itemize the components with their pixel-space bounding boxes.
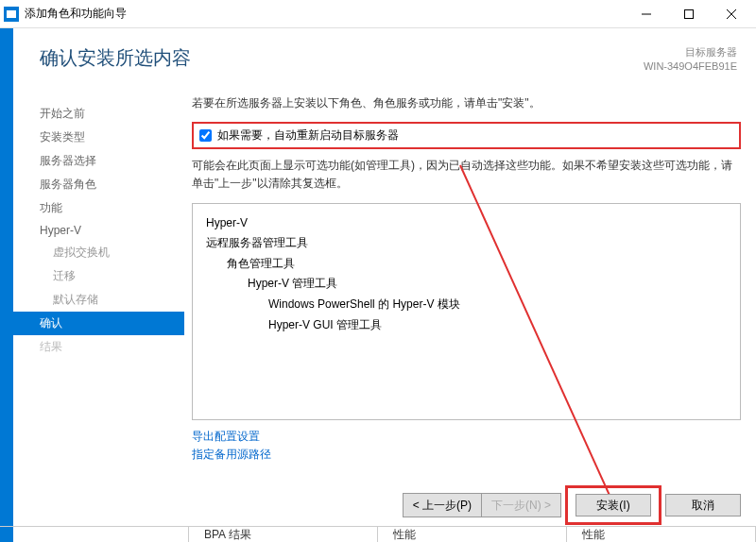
nav-results: 结果 — [0, 335, 184, 359]
maximize-button[interactable] — [667, 1, 710, 27]
nav-hyperv[interactable]: Hyper-V — [0, 220, 184, 241]
nav-confirm[interactable]: 确认 — [0, 312, 184, 335]
nav-default-storage[interactable]: 默认存储 — [0, 288, 184, 312]
nav-before-begin[interactable]: 开始之前 — [0, 102, 184, 126]
wizard-nav: 开始之前 安装类型 服务器选择 服务器角色 功能 Hyper-V 虚拟交换机 迁… — [0, 94, 184, 493]
nav-install-type[interactable]: 安装类型 — [0, 126, 184, 149]
nav-virtual-switch[interactable]: 虚拟交换机 — [0, 241, 184, 264]
minimize-button[interactable] — [625, 1, 667, 27]
titlebar: 添加角色和功能向导 — [0, 0, 756, 28]
cancel-button[interactable]: 取消 — [665, 494, 741, 517]
restart-checkbox-label[interactable]: 如果需要，自动重新启动目标服务器 — [217, 127, 399, 144]
nav-server-roles[interactable]: 服务器角色 — [0, 173, 184, 196]
restart-checkbox-row: 如果需要，自动重新启动目标服务器 — [192, 122, 741, 149]
close-button[interactable] — [710, 1, 752, 27]
page-title: 确认安装所选内容 — [40, 45, 191, 71]
background-tiles: BPA 结果 性能 性能 — [0, 526, 756, 542]
svg-rect-0 — [7, 10, 16, 18]
previous-button[interactable]: < 上一步(P) — [404, 494, 482, 517]
alt-source-link[interactable]: 指定备用源路径 — [192, 446, 741, 464]
list-item: Hyper-V 管理工具 — [206, 274, 727, 295]
bg-perf1: 性能 — [378, 527, 567, 542]
intro-text: 若要在所选服务器上安装以下角色、角色服务或功能，请单击"安装"。 — [192, 94, 741, 112]
install-highlight: 安装(I) — [565, 485, 662, 525]
wizard-footer: < 上一步(P) 下一步(N) > 安装(I) 取消 — [403, 485, 741, 525]
window-title: 添加角色和功能向导 — [25, 6, 625, 22]
optional-note: 可能会在此页面上显示可选功能(如管理工具)，因为已自动选择这些功能。如果不希望安… — [192, 157, 741, 193]
svg-rect-2 — [684, 9, 693, 18]
app-icon — [4, 7, 19, 22]
target-server-info: 目标服务器 WIN-349O4FEB91E — [644, 45, 737, 75]
nav-migration[interactable]: 迁移 — [0, 264, 184, 288]
feature-list: Hyper-V 远程服务器管理工具 角色管理工具 Hyper-V 管理工具 Wi… — [192, 203, 741, 420]
list-item: Windows PowerShell 的 Hyper-V 模块 — [206, 295, 727, 315]
bg-perf2: 性能 — [567, 527, 756, 542]
list-item: 远程服务器管理工具 — [206, 233, 727, 254]
nav-server-select[interactable]: 服务器选择 — [0, 149, 184, 173]
next-button: 下一步(N) > — [482, 494, 560, 517]
install-button[interactable]: 安装(I) — [576, 494, 651, 517]
wizard-content: 若要在所选服务器上安装以下角色、角色服务或功能，请单击"安装"。 如果需要，自动… — [184, 94, 756, 493]
bg-bpa: BPA 结果 — [189, 527, 378, 542]
nav-features[interactable]: 功能 — [0, 196, 184, 220]
list-item: Hyper-V GUI 管理工具 — [206, 315, 727, 336]
list-item: Hyper-V — [206, 213, 727, 234]
server-label: 目标服务器 — [644, 45, 737, 59]
server-name: WIN-349O4FEB91E — [644, 59, 737, 74]
list-item: 角色管理工具 — [206, 254, 727, 275]
restart-checkbox[interactable] — [199, 129, 212, 142]
wizard-header: 确认安装所选内容 目标服务器 WIN-349O4FEB91E — [0, 28, 756, 84]
export-config-link[interactable]: 导出配置设置 — [192, 428, 741, 446]
